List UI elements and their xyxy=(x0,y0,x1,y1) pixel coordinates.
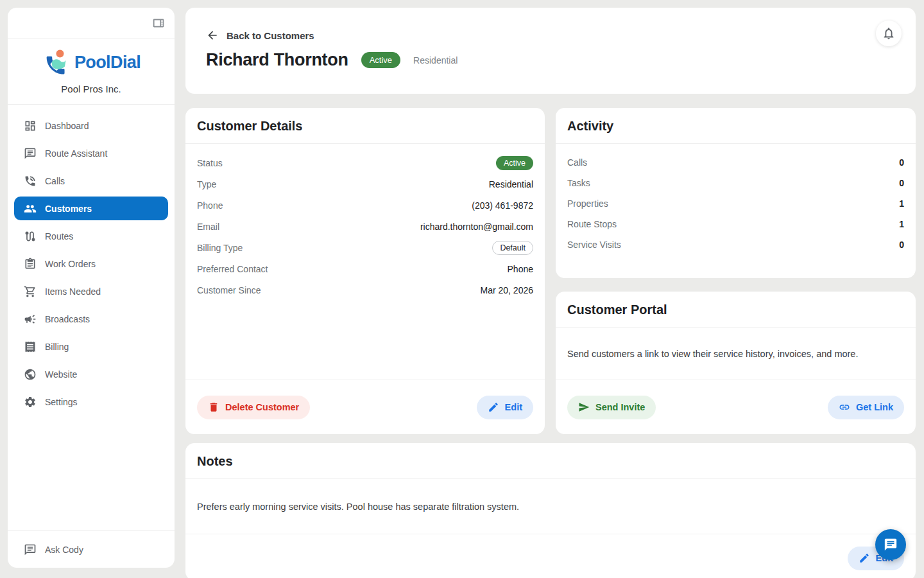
activity-row-calls: Calls 0 xyxy=(567,152,904,173)
link-icon xyxy=(839,401,850,413)
chat-icon xyxy=(24,147,37,160)
bell-icon xyxy=(882,26,896,40)
customer-portal-description: Send customers a link to view their serv… xyxy=(556,328,916,380)
chat-icon xyxy=(24,543,37,556)
detail-row-billing-type: Billing Type Default xyxy=(197,237,533,258)
customer-details-footer: Delete Customer Edit xyxy=(185,380,545,434)
sidebar-item-website[interactable]: Website xyxy=(14,362,168,386)
notifications-button[interactable] xyxy=(876,21,902,46)
sidebar-item-calls[interactable]: Calls xyxy=(14,169,168,193)
right-column: Activity Calls 0 Tasks 0 Properties 1 xyxy=(556,108,916,434)
activity-row-service-visits: Service Visits 0 xyxy=(567,234,904,255)
sidebar-item-route-assistant[interactable]: Route Assistant xyxy=(14,141,168,165)
detail-row-status: Status Active xyxy=(197,152,533,173)
edit-customer-button[interactable]: Edit xyxy=(477,396,533,419)
customer-header: Back to Customers Richard Thornton Activ… xyxy=(185,8,916,94)
activity-body: Calls 0 Tasks 0 Properties 1 Route Stops… xyxy=(556,144,916,255)
activity-title: Activity xyxy=(556,108,916,144)
customer-portal-title: Customer Portal xyxy=(556,292,916,328)
sidebar: PoolDial Pool Pros Inc. Dashboard Route … xyxy=(8,8,175,568)
delete-customer-button[interactable]: Delete Customer xyxy=(197,396,310,419)
sidebar-item-routes[interactable]: Routes xyxy=(14,224,168,248)
megaphone-icon xyxy=(24,313,37,326)
activity-row-tasks: Tasks 0 xyxy=(567,173,904,193)
back-to-customers-link[interactable]: Back to Customers xyxy=(206,29,314,42)
cart-icon xyxy=(24,285,37,298)
sidebar-item-label: Broadcasts xyxy=(45,314,90,324)
notes-footer: Edit xyxy=(185,534,916,578)
sidebar-item-broadcasts[interactable]: Broadcasts xyxy=(14,307,168,331)
billing-type-badge: Default xyxy=(492,241,533,255)
people-icon xyxy=(24,202,37,215)
sidebar-footer: Ask Cody xyxy=(8,530,175,568)
sidebar-item-settings[interactable]: Settings xyxy=(14,390,168,414)
detail-row-type: Type Residential xyxy=(197,173,533,195)
sidebar-item-label: Settings xyxy=(45,397,78,407)
ask-cody-button[interactable]: Ask Cody xyxy=(14,538,168,561)
sidebar-item-billing[interactable]: Billing xyxy=(14,335,168,358)
status-badge: Active xyxy=(496,156,533,170)
get-link-button[interactable]: Get Link xyxy=(828,396,904,419)
customer-type-label: Residential xyxy=(413,55,458,66)
status-badge: Active xyxy=(361,52,400,68)
chat-bubble-icon xyxy=(884,538,898,552)
sidebar-item-label: Work Orders xyxy=(45,259,96,269)
company-name: Pool Pros Inc. xyxy=(8,83,175,94)
detail-row-preferred-contact: Preferred Contact Phone xyxy=(197,258,533,279)
pencil-icon xyxy=(859,552,870,564)
sidebar-item-customers[interactable]: Customers xyxy=(14,197,168,220)
cards-row: Customer Details Status Active Type Resi… xyxy=(185,108,916,434)
route-icon xyxy=(24,230,37,243)
activity-row-properties: Properties 1 xyxy=(567,193,904,214)
ask-cody-label: Ask Cody xyxy=(45,545,83,555)
customer-details-title: Customer Details xyxy=(185,108,545,144)
send-invite-button[interactable]: Send Invite xyxy=(567,396,656,419)
customer-details-body: Status Active Type Residential Phone (20… xyxy=(185,144,545,380)
pooldial-logo-icon xyxy=(42,48,71,77)
activity-card: Activity Calls 0 Tasks 0 Properties 1 xyxy=(556,108,916,278)
sidebar-item-work-orders[interactable]: Work Orders xyxy=(14,252,168,276)
sidebar-item-label: Customers xyxy=(45,204,92,214)
sidebar-item-label: Website xyxy=(45,369,77,380)
gear-icon xyxy=(24,396,37,408)
sidebar-spacer xyxy=(8,414,175,530)
sidebar-item-dashboard[interactable]: Dashboard xyxy=(14,114,168,137)
chat-fab-button[interactable] xyxy=(875,529,906,560)
brand-wordmark: PoolDial xyxy=(74,53,141,73)
sidebar-item-items-needed[interactable]: Items Needed xyxy=(14,279,168,303)
sidebar-item-label: Dashboard xyxy=(45,121,89,131)
customer-portal-footer: Send Invite Get Link xyxy=(556,380,916,434)
sidebar-item-label: Routes xyxy=(45,231,73,241)
collapse-sidebar-icon[interactable] xyxy=(151,16,166,30)
sidebar-topbar xyxy=(8,8,175,39)
globe-icon xyxy=(24,368,37,381)
customer-title-row: Richard Thornton Active Residential xyxy=(206,50,895,70)
detail-row-email: Email richard.thornton@gmail.com xyxy=(197,216,533,237)
notes-title: Notes xyxy=(185,443,916,479)
trash-icon xyxy=(208,401,219,413)
notes-card: Notes Prefers early morning service visi… xyxy=(185,443,916,578)
sidebar-item-label: Calls xyxy=(45,176,65,186)
customer-name: Richard Thornton xyxy=(206,50,348,70)
main-content: Back to Customers Richard Thornton Activ… xyxy=(185,8,916,578)
sidebar-item-label: Route Assistant xyxy=(45,148,107,159)
receipt-icon xyxy=(24,340,37,353)
brand-logo: PoolDial Pool Pros Inc. xyxy=(8,39,175,105)
activity-row-route-stops: Route Stops 1 xyxy=(567,214,904,234)
sidebar-nav: Dashboard Route Assistant Calls Customer… xyxy=(8,105,175,414)
detail-row-phone: Phone (203) 461-9872 xyxy=(197,195,533,216)
dashboard-icon xyxy=(24,119,37,132)
phone-icon xyxy=(24,175,37,188)
detail-row-customer-since: Customer Since Mar 20, 2026 xyxy=(197,279,533,301)
back-arrow-icon xyxy=(206,29,219,42)
sidebar-item-label: Items Needed xyxy=(45,286,101,297)
clipboard-icon xyxy=(24,258,37,270)
send-icon xyxy=(578,401,590,413)
sidebar-item-label: Billing xyxy=(45,342,69,352)
notes-content: Prefers early morning service visits. Po… xyxy=(185,479,916,534)
customer-portal-card: Customer Portal Send customers a link to… xyxy=(556,292,916,434)
pencil-icon xyxy=(488,401,499,413)
back-label: Back to Customers xyxy=(227,30,314,41)
customer-details-card: Customer Details Status Active Type Resi… xyxy=(185,108,545,434)
